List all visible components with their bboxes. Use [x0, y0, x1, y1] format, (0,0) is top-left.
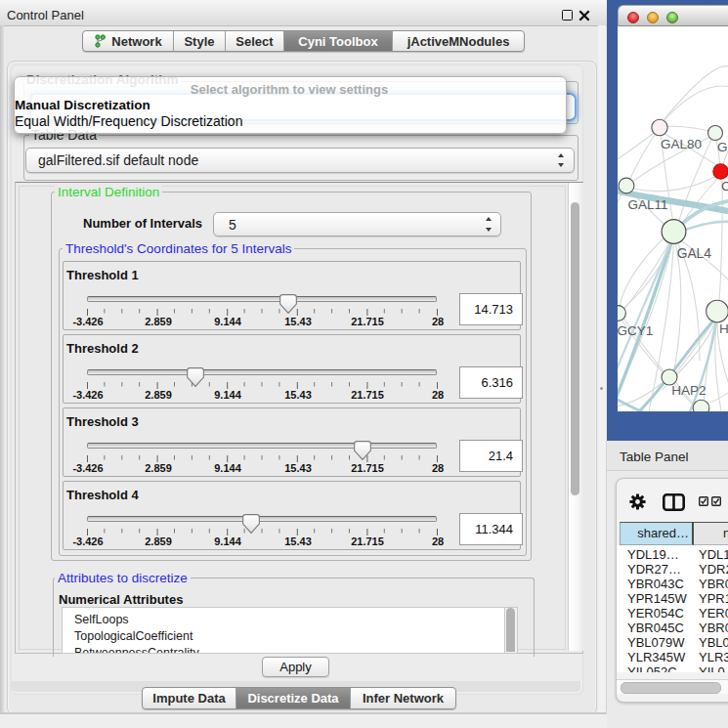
svg-text:C: C	[721, 179, 728, 193]
svg-text:H: H	[719, 321, 728, 336]
svg-text:G.: G.	[717, 140, 728, 154]
svg-text:GAL80: GAL80	[661, 137, 702, 151]
svg-text:HAP2: HAP2	[671, 383, 706, 398]
svg-text:GAL11: GAL11	[627, 197, 667, 212]
svg-text:GAL4: GAL4	[677, 246, 712, 261]
svg-text:GCY1: GCY1	[618, 323, 653, 338]
